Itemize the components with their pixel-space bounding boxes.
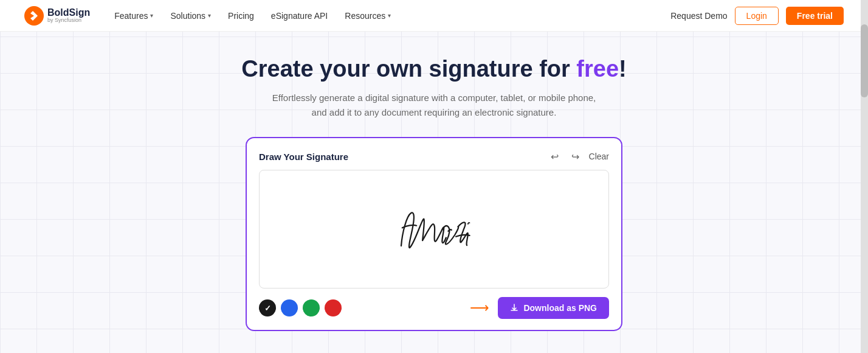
color-green[interactable] — [303, 299, 320, 316]
logo-text: BoldSign by Syncfusion — [47, 8, 90, 23]
signature-drawing — [379, 199, 489, 260]
color-black[interactable] — [259, 299, 276, 316]
download-icon — [510, 304, 518, 312]
chevron-down-icon: ▾ — [150, 12, 153, 19]
nav-resources[interactable]: Resources ▾ — [345, 11, 391, 21]
chevron-down-icon: ▾ — [388, 12, 391, 19]
hero-subtitle-line1: Effortlessly generate a digital signatur… — [272, 93, 596, 103]
nav-pricing[interactable]: Pricing — [228, 11, 254, 21]
widget-footer: ⟶ Download as PNG — [259, 297, 609, 319]
signature-widget: Draw Your Signature ↩ ↪ Clear — [246, 137, 622, 331]
nav-solutions[interactable]: Solutions ▾ — [170, 11, 211, 21]
login-button[interactable]: Login — [735, 7, 779, 25]
hero-title-free: free — [576, 56, 619, 82]
widget-controls: ↩ ↪ Clear — [548, 149, 609, 164]
main-content: Create your own signature for free! Effo… — [0, 32, 868, 349]
signature-canvas[interactable] — [259, 170, 609, 288]
hero-title-start: Create your own signature for — [241, 56, 576, 82]
color-red[interactable] — [325, 299, 342, 316]
free-trial-button[interactable]: Free trial — [786, 7, 844, 25]
arrow-right-icon: ⟶ — [470, 300, 489, 316]
download-button[interactable]: Download as PNG — [498, 297, 609, 319]
chevron-down-icon: ▾ — [208, 12, 211, 19]
logo-name: BoldSign — [47, 8, 90, 18]
undo-button[interactable]: ↩ — [548, 149, 562, 164]
nav-features[interactable]: Features ▾ — [114, 11, 153, 21]
widget-header: Draw Your Signature ↩ ↪ Clear — [259, 149, 609, 164]
hero-title-end: ! — [619, 56, 627, 82]
color-blue[interactable] — [281, 299, 298, 316]
redo-button[interactable]: ↪ — [568, 149, 583, 164]
nav-links: Features ▾ Solutions ▾ Pricing eSignatur… — [114, 11, 670, 21]
hero-subtitle: Effortlessly generate a digital signatur… — [272, 91, 596, 120]
download-area: ⟶ Download as PNG — [470, 297, 609, 319]
download-button-label: Download as PNG — [523, 303, 597, 313]
navbar: BoldSign by Syncfusion Features ▾ Soluti… — [0, 0, 868, 32]
color-options — [259, 299, 342, 316]
boldsign-logo-icon — [24, 6, 44, 26]
clear-button[interactable]: Clear — [589, 152, 609, 161]
nav-esignature-api[interactable]: eSignature API — [271, 11, 328, 21]
logo[interactable]: BoldSign by Syncfusion — [24, 6, 90, 26]
logo-sub: by Syncfusion — [47, 18, 90, 23]
scrollbar-thumb[interactable] — [861, 24, 868, 97]
nav-actions: Request Demo Login Free trial — [670, 7, 844, 25]
widget-title: Draw Your Signature — [259, 152, 348, 162]
hero-title: Create your own signature for free! — [241, 56, 626, 82]
scrollbar[interactable] — [861, 0, 868, 353]
hero-subtitle-line2: and add it to any document requiring an … — [312, 107, 557, 117]
request-demo-button[interactable]: Request Demo — [670, 11, 727, 21]
